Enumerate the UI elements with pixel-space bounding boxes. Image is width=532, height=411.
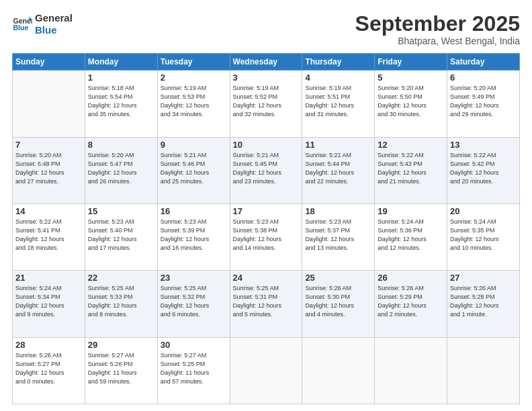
calendar-cell: 6Sunrise: 5:20 AMSunset: 5:49 PMDaylight… [447, 71, 520, 137]
calendar-cell: 3Sunrise: 5:19 AMSunset: 5:52 PMDaylight… [230, 71, 302, 137]
logo-text: General Blue [35, 12, 73, 36]
calendar-week-row: 1Sunrise: 5:18 AMSunset: 5:54 PMDaylight… [13, 71, 520, 137]
day-number: 20 [450, 206, 517, 216]
calendar-header-row: SundayMondayTuesdayWednesdayThursdayFrid… [13, 54, 520, 71]
page: General Blue General Blue September 2025… [0, 0, 532, 411]
day-number: 21 [15, 273, 82, 283]
day-header-sunday: Sunday [13, 54, 85, 71]
svg-text:Blue: Blue [13, 24, 29, 32]
day-info: Sunrise: 5:23 AMSunset: 5:40 PMDaylight:… [88, 218, 154, 253]
calendar-cell [447, 337, 520, 404]
calendar-week-row: 28Sunrise: 5:26 AMSunset: 5:27 PMDayligh… [13, 337, 520, 404]
day-header-tuesday: Tuesday [157, 54, 230, 71]
day-number: 27 [450, 273, 517, 283]
day-info: Sunrise: 5:21 AMSunset: 5:44 PMDaylight:… [305, 151, 371, 186]
calendar-cell: 9Sunrise: 5:21 AMSunset: 5:46 PMDaylight… [157, 137, 230, 203]
day-info: Sunrise: 5:23 AMSunset: 5:38 PMDaylight:… [233, 218, 300, 253]
calendar-cell: 25Sunrise: 5:26 AMSunset: 5:30 PMDayligh… [302, 271, 375, 337]
calendar-cell: 7Sunrise: 5:20 AMSunset: 5:48 PMDaylight… [13, 137, 85, 203]
month-title: September 2025 [355, 12, 520, 36]
calendar-cell: 12Sunrise: 5:22 AMSunset: 5:43 PMDayligh… [375, 137, 447, 203]
day-number: 14 [15, 206, 82, 216]
day-number: 9 [161, 140, 227, 150]
calendar-cell: 8Sunrise: 5:20 AMSunset: 5:47 PMDaylight… [85, 137, 157, 203]
day-number: 24 [233, 273, 300, 283]
day-info: Sunrise: 5:20 AMSunset: 5:49 PMDaylight:… [450, 84, 517, 119]
day-info: Sunrise: 5:23 AMSunset: 5:39 PMDaylight:… [161, 218, 227, 253]
calendar-cell [230, 337, 302, 404]
calendar-body: 1Sunrise: 5:18 AMSunset: 5:54 PMDaylight… [13, 71, 520, 404]
day-header-thursday: Thursday [302, 54, 375, 71]
day-number: 19 [378, 206, 444, 216]
day-number: 26 [378, 273, 444, 283]
day-header-monday: Monday [85, 54, 157, 71]
calendar-week-row: 21Sunrise: 5:24 AMSunset: 5:34 PMDayligh… [13, 271, 520, 337]
calendar-cell: 16Sunrise: 5:23 AMSunset: 5:39 PMDayligh… [157, 203, 230, 270]
day-number: 10 [233, 140, 300, 150]
day-number: 23 [161, 273, 227, 283]
day-info: Sunrise: 5:19 AMSunset: 5:52 PMDaylight:… [233, 84, 300, 119]
day-info: Sunrise: 5:22 AMSunset: 5:43 PMDaylight:… [378, 151, 444, 186]
day-number: 16 [161, 206, 227, 216]
calendar-cell: 15Sunrise: 5:23 AMSunset: 5:40 PMDayligh… [85, 203, 157, 270]
calendar-cell: 14Sunrise: 5:22 AMSunset: 5:41 PMDayligh… [13, 203, 85, 270]
day-number: 7 [15, 140, 82, 150]
day-number: 5 [378, 73, 444, 83]
calendar-cell: 1Sunrise: 5:18 AMSunset: 5:54 PMDaylight… [85, 71, 157, 137]
day-info: Sunrise: 5:22 AMSunset: 5:41 PMDaylight:… [15, 218, 82, 253]
day-info: Sunrise: 5:24 AMSunset: 5:36 PMDaylight:… [378, 218, 444, 253]
day-number: 18 [305, 206, 371, 216]
day-header-wednesday: Wednesday [230, 54, 302, 71]
calendar-cell: 30Sunrise: 5:27 AMSunset: 5:25 PMDayligh… [157, 337, 230, 404]
day-number: 2 [161, 73, 227, 83]
day-info: Sunrise: 5:22 AMSunset: 5:42 PMDaylight:… [450, 151, 517, 186]
calendar-cell [13, 71, 85, 137]
day-number: 4 [305, 73, 371, 83]
calendar-week-row: 14Sunrise: 5:22 AMSunset: 5:41 PMDayligh… [13, 203, 520, 270]
day-number: 6 [450, 73, 517, 83]
day-number: 12 [378, 140, 444, 150]
day-info: Sunrise: 5:20 AMSunset: 5:47 PMDaylight:… [88, 151, 154, 186]
day-info: Sunrise: 5:26 AMSunset: 5:30 PMDaylight:… [305, 284, 371, 319]
calendar-cell: 29Sunrise: 5:27 AMSunset: 5:26 PMDayligh… [85, 337, 157, 404]
day-info: Sunrise: 5:27 AMSunset: 5:25 PMDaylight:… [161, 351, 227, 386]
day-number: 13 [450, 140, 517, 150]
day-info: Sunrise: 5:19 AMSunset: 5:51 PMDaylight:… [305, 84, 371, 119]
calendar-cell: 22Sunrise: 5:25 AMSunset: 5:33 PMDayligh… [85, 271, 157, 337]
calendar-cell: 19Sunrise: 5:24 AMSunset: 5:36 PMDayligh… [375, 203, 447, 270]
day-info: Sunrise: 5:18 AMSunset: 5:54 PMDaylight:… [88, 84, 154, 119]
header: General Blue General Blue September 2025… [12, 12, 520, 46]
day-info: Sunrise: 5:27 AMSunset: 5:26 PMDaylight:… [88, 351, 154, 386]
day-number: 28 [15, 340, 82, 350]
day-info: Sunrise: 5:25 AMSunset: 5:32 PMDaylight:… [161, 284, 227, 319]
day-info: Sunrise: 5:24 AMSunset: 5:35 PMDaylight:… [450, 218, 517, 253]
calendar-cell: 10Sunrise: 5:21 AMSunset: 5:45 PMDayligh… [230, 137, 302, 203]
day-header-saturday: Saturday [447, 54, 520, 71]
calendar-cell: 20Sunrise: 5:24 AMSunset: 5:35 PMDayligh… [447, 203, 520, 270]
day-number: 30 [161, 340, 227, 350]
calendar-cell: 4Sunrise: 5:19 AMSunset: 5:51 PMDaylight… [302, 71, 375, 137]
day-number: 25 [305, 273, 371, 283]
day-info: Sunrise: 5:21 AMSunset: 5:46 PMDaylight:… [161, 151, 227, 186]
day-info: Sunrise: 5:23 AMSunset: 5:37 PMDaylight:… [305, 218, 371, 253]
calendar-cell: 23Sunrise: 5:25 AMSunset: 5:32 PMDayligh… [157, 271, 230, 337]
day-number: 29 [88, 340, 154, 350]
calendar-week-row: 7Sunrise: 5:20 AMSunset: 5:48 PMDaylight… [13, 137, 520, 203]
calendar-cell: 27Sunrise: 5:26 AMSunset: 5:28 PMDayligh… [447, 271, 520, 337]
day-number: 11 [305, 140, 371, 150]
day-info: Sunrise: 5:24 AMSunset: 5:34 PMDaylight:… [15, 284, 82, 319]
calendar-cell: 28Sunrise: 5:26 AMSunset: 5:27 PMDayligh… [13, 337, 85, 404]
day-info: Sunrise: 5:25 AMSunset: 5:33 PMDaylight:… [88, 284, 154, 319]
day-number: 1 [88, 73, 154, 83]
day-info: Sunrise: 5:21 AMSunset: 5:45 PMDaylight:… [233, 151, 300, 186]
location: Bhatpara, West Bengal, India [355, 36, 520, 46]
day-info: Sunrise: 5:20 AMSunset: 5:50 PMDaylight:… [378, 84, 444, 119]
day-number: 8 [88, 140, 154, 150]
logo-icon: General Blue [12, 14, 32, 34]
day-info: Sunrise: 5:19 AMSunset: 5:53 PMDaylight:… [161, 84, 227, 119]
day-number: 3 [233, 73, 300, 83]
calendar-cell: 21Sunrise: 5:24 AMSunset: 5:34 PMDayligh… [13, 271, 85, 337]
day-info: Sunrise: 5:25 AMSunset: 5:31 PMDaylight:… [233, 284, 300, 319]
calendar-cell: 26Sunrise: 5:26 AMSunset: 5:29 PMDayligh… [375, 271, 447, 337]
logo: General Blue General Blue [12, 12, 73, 36]
